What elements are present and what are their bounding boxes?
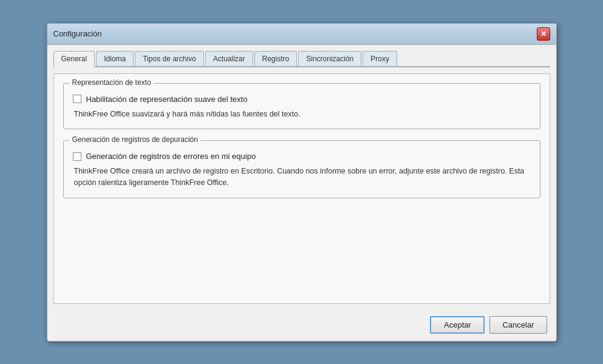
debug-logs-description: ThinkFree Office creará un archivo de re… xyxy=(74,166,531,189)
group-text-rendering-content: Habilitación de representación suave del… xyxy=(73,95,531,120)
tab-sincronizacion[interactable]: Sincronización xyxy=(298,51,361,66)
dialog-footer: Aceptar Cancelar xyxy=(47,310,556,341)
checkbox-debug-logs-label: Generación de registros de errores en mi… xyxy=(86,152,256,161)
dialog-body: General Idioma Tipos de archivo Actualiz… xyxy=(47,45,556,310)
group-debug-logs: Generación de registros de depuración Ge… xyxy=(63,140,540,198)
checkbox-row-debug-logs: Generación de registros de errores en mi… xyxy=(73,152,531,161)
tab-registro[interactable]: Registro xyxy=(254,51,298,66)
group-text-rendering-legend: Representación de texto xyxy=(70,78,154,87)
tab-general[interactable]: General xyxy=(53,51,95,67)
tab-proxy[interactable]: Proxy xyxy=(363,51,397,66)
window-title: Configuración xyxy=(53,29,102,38)
checkbox-debug-logs[interactable] xyxy=(73,152,81,161)
text-rendering-description: ThinkFree Office suavizará y hará más ní… xyxy=(74,109,531,120)
tabs-bar: General Idioma Tipos de archivo Actualiz… xyxy=(53,51,550,67)
checkbox-row-text-rendering: Habilitación de representación suave del… xyxy=(73,95,531,104)
cancel-button[interactable]: Cancelar xyxy=(489,316,547,334)
accept-button[interactable]: Aceptar xyxy=(430,316,485,334)
close-button[interactable]: ✕ xyxy=(537,27,550,41)
group-debug-logs-content: Generación de registros de errores en mi… xyxy=(73,152,531,189)
checkbox-text-rendering-label: Habilitación de representación suave del… xyxy=(86,95,248,104)
close-icon: ✕ xyxy=(540,30,547,38)
tab-content-general: Representación de texto Habilitación de … xyxy=(53,73,550,304)
tab-actualizar[interactable]: Actualizar xyxy=(205,51,253,66)
group-debug-logs-legend: Generación de registros de depuración xyxy=(70,135,200,144)
group-text-rendering: Representación de texto Habilitación de … xyxy=(63,83,540,130)
title-bar: Configuración ✕ xyxy=(47,24,556,45)
tab-tipos-archivo[interactable]: Tipos de archivo xyxy=(135,51,204,66)
checkbox-text-rendering[interactable] xyxy=(73,95,81,103)
dialog-window: Configuración ✕ General Idioma Tipos de … xyxy=(47,23,557,342)
tab-idioma[interactable]: Idioma xyxy=(96,51,134,66)
